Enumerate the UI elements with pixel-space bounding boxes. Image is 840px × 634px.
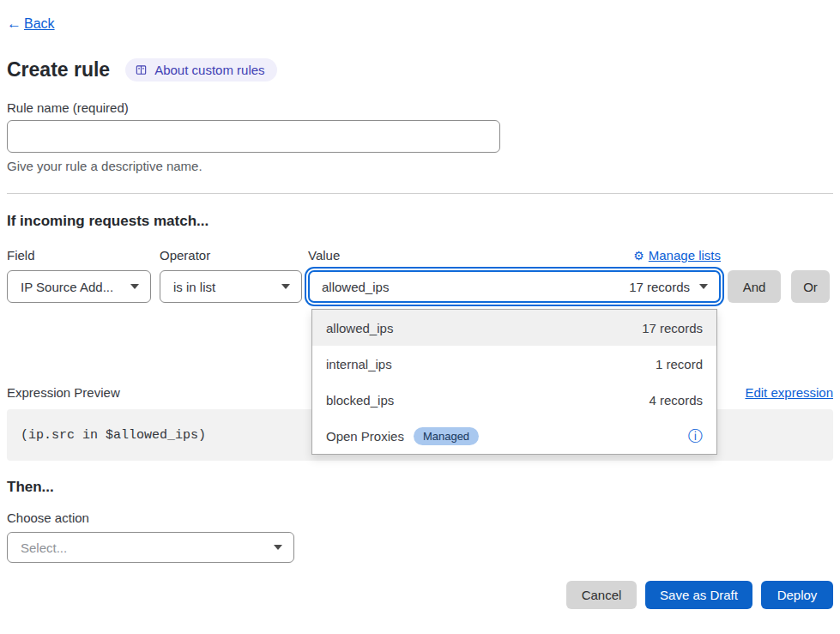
book-icon: [135, 63, 148, 76]
back-arrow-icon: ←: [7, 15, 21, 33]
back-label: Back: [24, 16, 55, 32]
condition-labels-row: Field Operator Value ⚙ Manage lists: [7, 247, 833, 263]
condition-selects-row: IP Source Add... is in list allowed_ips …: [7, 270, 833, 303]
page-title: Create rule: [7, 58, 110, 82]
gear-icon: ⚙: [633, 250, 644, 262]
expression-code: (ip.src in $allowed_ips): [21, 428, 206, 443]
manage-lists-link[interactable]: ⚙ Manage lists: [633, 248, 721, 263]
divider: [7, 193, 833, 194]
info-icon[interactable]: ⓘ: [688, 429, 703, 444]
and-button[interactable]: And: [728, 270, 781, 303]
deploy-button[interactable]: Deploy: [761, 581, 833, 609]
list-records: 4 records: [649, 393, 703, 408]
list-name: allowed_ips: [326, 321, 393, 335]
cancel-button[interactable]: Cancel: [566, 581, 637, 609]
operator-label: Operator: [160, 248, 308, 263]
operator-select-value: is in list: [173, 280, 215, 294]
action-select[interactable]: Select...: [7, 532, 294, 563]
dropdown-item-open-proxies[interactable]: Open Proxies Managed ⓘ: [312, 418, 716, 454]
about-custom-rules-link[interactable]: About custom rules: [125, 58, 276, 82]
dropdown-item-blocked-ips[interactable]: blocked_ips 4 records: [312, 382, 716, 418]
list-records: 17 records: [642, 321, 703, 335]
list-records: 1 record: [656, 357, 703, 371]
manage-lists-label: Manage lists: [649, 248, 721, 263]
footer-actions: Cancel Save as Draft Deploy: [7, 581, 833, 609]
chevron-down-icon: [130, 284, 139, 289]
about-badge-label: About custom rules: [154, 63, 264, 77]
then-section-heading: Then...: [7, 479, 833, 496]
title-row: Create rule About custom rules: [7, 58, 833, 82]
list-name: internal_ips: [326, 357, 392, 371]
dropdown-item-internal-ips[interactable]: internal_ips 1 record: [312, 346, 716, 382]
list-name: blocked_ips: [326, 393, 394, 408]
rule-name-helper: Give your rule a descriptive name.: [7, 159, 833, 173]
chevron-down-icon: [274, 545, 282, 550]
chevron-down-icon: [281, 284, 290, 289]
managed-badge: Managed: [414, 427, 479, 445]
rule-name-input[interactable]: [7, 120, 500, 153]
save-as-draft-button[interactable]: Save as Draft: [645, 581, 752, 609]
value-select-focused[interactable]: allowed_ips 17 records: [308, 270, 721, 303]
dropdown-item-allowed-ips[interactable]: allowed_ips 17 records: [312, 310, 716, 346]
field-select-value: IP Source Add...: [21, 280, 113, 294]
rule-name-label: Rule name (required): [7, 100, 833, 115]
condition-builder: Field Operator Value ⚙ Manage lists IP S…: [7, 247, 833, 303]
action-select-placeholder: Select...: [21, 540, 67, 555]
value-select-records: 17 records: [629, 280, 690, 294]
value-select-value: allowed_ips: [322, 280, 389, 294]
expression-preview-label: Expression Preview: [7, 385, 120, 400]
back-link[interactable]: ← Back: [7, 15, 55, 33]
operator-select[interactable]: is in list: [160, 270, 302, 303]
create-rule-page: ← Back Create rule About custom rules Ru…: [0, 0, 840, 634]
value-label: Value: [308, 248, 340, 263]
list-name: Open Proxies: [326, 429, 404, 444]
or-button[interactable]: Or: [791, 270, 830, 303]
field-label: Field: [7, 248, 160, 263]
value-dropdown-menu: allowed_ips 17 records internal_ips 1 re…: [311, 309, 717, 455]
edit-expression-link[interactable]: Edit expression: [745, 385, 833, 400]
choose-action-label: Choose action: [7, 510, 833, 525]
field-select[interactable]: IP Source Add...: [7, 270, 151, 303]
match-section-heading: If incoming requests match...: [7, 213, 833, 230]
chevron-down-icon: [699, 284, 708, 289]
